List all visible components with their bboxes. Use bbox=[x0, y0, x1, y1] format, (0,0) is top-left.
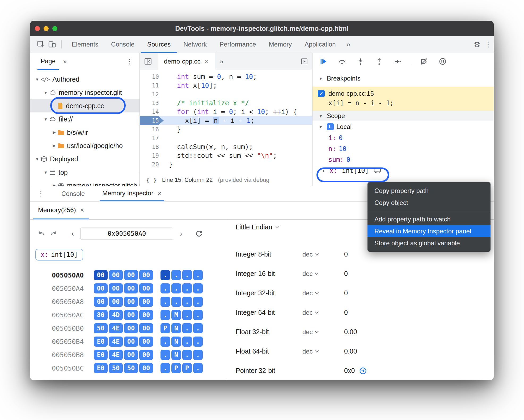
line-number[interactable]: 18 bbox=[140, 142, 164, 151]
memory-byte-cell[interactable]: E0 bbox=[94, 363, 108, 373]
chevron-collapsed-icon[interactable]: ▶ bbox=[51, 143, 58, 148]
memory-ascii-cell[interactable]: . bbox=[182, 337, 192, 347]
memory-byte-cell[interactable]: E0 bbox=[94, 350, 108, 360]
pretty-print-button[interactable]: { } bbox=[146, 177, 157, 183]
jump-to-pointer-icon[interactable] bbox=[359, 367, 367, 375]
memory-ascii-cell[interactable]: . bbox=[193, 350, 203, 360]
menu-item-reveal-in-memory-inspector[interactable]: Reveal in Memory Inspector panel bbox=[367, 225, 491, 237]
previous-page-icon[interactable]: ‹ bbox=[71, 229, 74, 238]
breakpoint-entry[interactable]: ✓ demo-cpp.cc:15 x[i] = n - i - 1; bbox=[312, 87, 494, 111]
memory-byte-cell[interactable]: 00 bbox=[124, 310, 138, 320]
value-format-select[interactable]: dec bbox=[302, 309, 344, 316]
memory-ascii-cell[interactable]: N bbox=[171, 337, 181, 347]
line-number[interactable]: 17 bbox=[140, 134, 164, 142]
hide-navigator-icon[interactable] bbox=[140, 53, 156, 70]
memory-ascii-cell[interactable]: . bbox=[193, 270, 203, 280]
memory-ascii-cell[interactable]: . bbox=[160, 270, 170, 280]
step-out-icon[interactable] bbox=[375, 57, 383, 65]
more-editor-tabs-button[interactable]: » bbox=[215, 53, 228, 70]
tab-memory[interactable]: Memory bbox=[263, 36, 298, 53]
scope-variable-row-x[interactable]: ▶ x: int[10] bbox=[312, 165, 494, 176]
drawer-tab-console[interactable]: Console bbox=[59, 186, 87, 201]
pause-on-exceptions-icon[interactable] bbox=[439, 57, 447, 65]
history-back-icon[interactable] bbox=[37, 230, 45, 238]
memory-ascii-cell[interactable]: . bbox=[171, 297, 181, 307]
memory-ascii-cell[interactable]: . bbox=[171, 283, 181, 293]
memory-ascii-cell[interactable]: N bbox=[171, 350, 181, 360]
memory-ascii-cell[interactable]: . bbox=[193, 310, 203, 320]
memory-byte-cell[interactable]: 4E bbox=[109, 350, 123, 360]
chevron-collapsed-icon[interactable]: ▶ bbox=[320, 169, 327, 173]
memory-ascii-cell[interactable]: . bbox=[182, 270, 192, 280]
line-number[interactable]: 13 bbox=[140, 99, 164, 107]
line-number[interactable]: 10 bbox=[140, 72, 164, 81]
value-format-select[interactable]: dec bbox=[302, 270, 344, 278]
memory-ascii-cell[interactable]: . bbox=[182, 310, 192, 320]
more-panels-button[interactable]: » bbox=[342, 36, 354, 53]
step-into-icon[interactable] bbox=[357, 57, 365, 65]
close-tab-icon[interactable]: × bbox=[205, 58, 209, 65]
memory-byte-cell[interactable]: 4E bbox=[109, 337, 123, 347]
memory-byte-cell[interactable]: 00 bbox=[139, 363, 153, 373]
tab-page[interactable]: Page bbox=[37, 53, 59, 70]
memory-byte-cell[interactable]: 00 bbox=[94, 283, 108, 293]
memory-byte-cell[interactable]: 00 bbox=[109, 270, 123, 280]
menu-item-copy-object[interactable]: Copy object bbox=[367, 197, 491, 209]
memory-byte-cell[interactable]: 80 bbox=[94, 310, 108, 320]
menu-item-add-property-path-to-watch[interactable]: Add property path to watch bbox=[367, 213, 491, 225]
history-forward-icon[interactable] bbox=[50, 230, 58, 238]
memory-ascii-cell[interactable]: . bbox=[171, 270, 181, 280]
memory-ascii-cell[interactable]: . bbox=[160, 283, 170, 293]
tab-network[interactable]: Network bbox=[177, 36, 213, 53]
memory-ascii-cell[interactable]: . bbox=[160, 350, 170, 360]
line-number[interactable]: 19 bbox=[140, 151, 164, 160]
tab-sources[interactable]: Sources bbox=[141, 36, 177, 53]
memory-byte-cell[interactable]: 4D bbox=[109, 310, 123, 320]
line-number[interactable]: 16 bbox=[140, 125, 164, 134]
breakpoint-checkbox[interactable]: ✓ bbox=[318, 90, 325, 97]
step-icon[interactable] bbox=[394, 57, 402, 65]
device-toolbar-icon[interactable] bbox=[47, 39, 58, 50]
memory-ascii-cell[interactable]: . bbox=[193, 297, 203, 307]
close-drawer-tab-icon[interactable]: × bbox=[158, 190, 162, 197]
close-window-button[interactable] bbox=[35, 26, 40, 31]
tree-item-folder[interactable]: ▶ b/s/w/ir bbox=[30, 126, 140, 139]
chevron-expanded-icon[interactable]: ▼ bbox=[42, 170, 49, 175]
breakpoints-section-header[interactable]: ▼ Breakpoints bbox=[312, 70, 494, 87]
chevron-expanded-icon[interactable]: ▼ bbox=[42, 90, 49, 95]
memory-chip-icon[interactable] bbox=[374, 167, 381, 174]
memory-byte-cell[interactable]: 00 bbox=[139, 270, 153, 280]
memory-ascii-cell[interactable]: . bbox=[193, 323, 203, 333]
scope-section-header[interactable]: ▼ Scope bbox=[312, 111, 494, 121]
line-number[interactable]: 12 bbox=[140, 90, 164, 99]
tab-elements[interactable]: Elements bbox=[65, 36, 105, 53]
memory-byte-cell[interactable]: 00 bbox=[139, 350, 153, 360]
settings-gear-icon[interactable]: ⚙ bbox=[471, 39, 483, 50]
memory-ascii-cell[interactable]: . bbox=[193, 283, 203, 293]
chevron-collapsed-icon[interactable]: ▶ bbox=[51, 130, 58, 135]
tree-item-top-frame[interactable]: ▼ top bbox=[30, 166, 140, 179]
memory-byte-cell[interactable]: E0 bbox=[94, 337, 108, 347]
memory-ascii-cell[interactable]: P bbox=[182, 363, 192, 373]
value-format-select[interactable]: dec bbox=[302, 328, 344, 336]
resume-script-icon[interactable] bbox=[319, 57, 327, 65]
drawer-menu-icon[interactable]: ⋮ bbox=[31, 186, 51, 201]
memory-ascii-cell[interactable]: . bbox=[182, 297, 192, 307]
memory-ascii-cell[interactable]: P bbox=[171, 363, 181, 373]
tree-item-authored[interactable]: ▼ </> Authored bbox=[30, 73, 140, 86]
memory-byte-cell[interactable]: 00 bbox=[94, 297, 108, 307]
memory-address-input[interactable] bbox=[80, 228, 173, 240]
memory-ascii-cell[interactable]: . bbox=[193, 337, 203, 347]
tab-application[interactable]: Application bbox=[298, 36, 342, 53]
endianness-select[interactable]: Little Endian bbox=[236, 223, 279, 231]
memory-object-tag[interactable]: x: int[10] bbox=[35, 249, 83, 261]
memory-ascii-cell[interactable]: M bbox=[171, 310, 181, 320]
tree-item-deployed[interactable]: ▼ Deployed bbox=[30, 152, 140, 166]
close-memory-view-icon[interactable]: × bbox=[80, 207, 84, 213]
memory-ascii-cell[interactable]: . bbox=[193, 363, 203, 373]
menu-item-store-object-as-global[interactable]: Store object as global variable bbox=[367, 237, 491, 249]
refresh-icon[interactable] bbox=[195, 230, 203, 238]
chevron-expanded-icon[interactable]: ▼ bbox=[42, 117, 49, 121]
line-number[interactable]: 20 bbox=[140, 160, 164, 169]
memory-byte-cell[interactable]: 50 bbox=[109, 363, 123, 373]
